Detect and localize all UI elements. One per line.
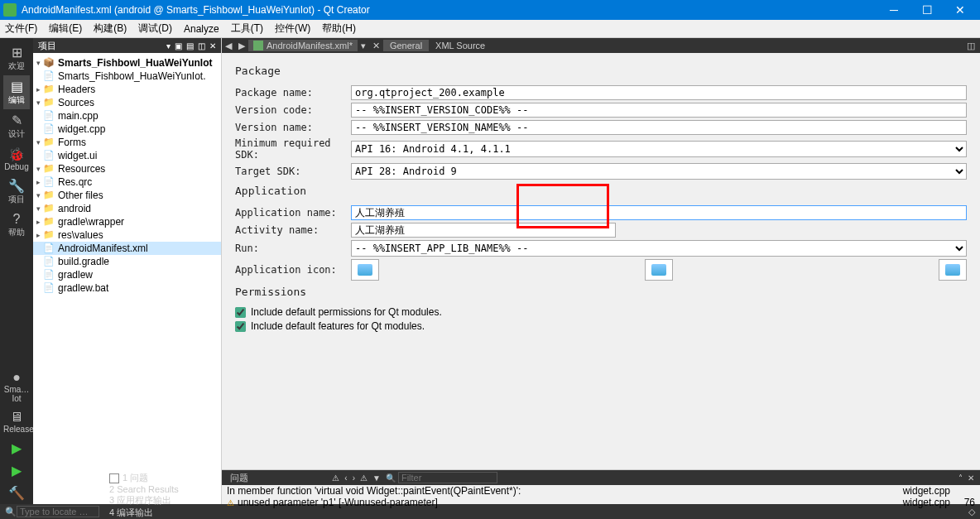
file-dropdown-icon[interactable]: ▾ — [358, 41, 369, 51]
tree-item[interactable]: ▸📄Res.qrc — [33, 175, 221, 189]
issue-row[interactable]: In member function 'virtual void Widget:… — [222, 485, 980, 497]
target-sdk-select[interactable]: API 28: Android 9 — [351, 163, 967, 180]
tree-item[interactable]: ▾📦Smarts_Fishbowl_HuaWeiYunIot — [33, 56, 221, 70]
output-pane-2[interactable]: 3 应用程序输出 — [104, 494, 219, 507]
issues-next-icon[interactable]: › — [350, 473, 358, 483]
locator[interactable]: 🔍 — [0, 506, 104, 517]
issues-warn-icon[interactable]: ⚠ — [329, 473, 342, 483]
default-permissions-checkbox[interactable] — [235, 307, 246, 318]
issues-prev-icon[interactable]: ‹ — [342, 473, 349, 483]
tree-select-icon[interactable]: ▾ — [166, 41, 171, 50]
tree-filter-icon[interactable]: ▤ — [186, 41, 194, 50]
output-pane-3[interactable]: 4 编译输出 — [104, 507, 219, 519]
tab-xml-source[interactable]: XML Source — [429, 40, 492, 51]
tree-item[interactable]: ▸📁Headers — [33, 83, 221, 96]
progress-indicator[interactable]: ◇ — [963, 507, 980, 517]
mode-帮助[interactable]: ?帮助 — [3, 209, 30, 242]
tree-item[interactable]: ▾📁Sources — [33, 96, 221, 109]
tree-item[interactable]: 📄widget.cpp — [33, 123, 221, 136]
project-panel-header: 项目 ▾ ▣ ▤ ◫ ✕ — [33, 38, 221, 53]
nav-fwd-icon[interactable]: ▶ — [235, 41, 248, 51]
kit-0[interactable]: ●Sma…Iot — [3, 367, 30, 406]
kit-2[interactable]: ▶ — [3, 437, 30, 459]
kit-4[interactable]: 🔨 — [3, 482, 30, 504]
tree-item[interactable]: 📄Smarts_Fishbowl_HuaWeiYunIot. — [33, 70, 221, 83]
tree-item[interactable]: ▸📁res\values — [33, 228, 221, 242]
editor-area: ◀ ▶ AndroidManifest.xml* ▾ ✕ General XML… — [222, 38, 980, 504]
run-select[interactable]: -- %%INSERT_APP_LIB_NAME%% -- — [351, 240, 967, 257]
menu-item[interactable]: 文件(F) — [5, 22, 37, 36]
mode-项目[interactable]: 🔧项目 — [3, 175, 30, 209]
issues-up-icon[interactable]: ˄ — [956, 473, 965, 483]
mode-欢迎[interactable]: ⊞欢迎 — [3, 41, 30, 75]
editor-tab-bar: ◀ ▶ AndroidManifest.xml* ▾ ✕ General XML… — [222, 38, 980, 53]
app-name-input[interactable] — [351, 205, 967, 220]
tree-item[interactable]: ▾📁Other files — [33, 189, 221, 202]
issues-filter-input[interactable] — [398, 472, 497, 483]
menu-item[interactable]: 调试(D) — [138, 22, 172, 36]
image-icon — [651, 264, 666, 276]
issue-message: unused parameter 'p1' [-Wunused-paramete… — [238, 497, 876, 508]
locator-input[interactable] — [17, 506, 99, 517]
editor-file-tab[interactable]: AndroidManifest.xml* — [248, 40, 358, 51]
issues-filter-icon[interactable]: ▼ — [370, 473, 383, 483]
app-icon-ldpi-button[interactable] — [351, 259, 379, 281]
package-name-input[interactable] — [351, 85, 967, 100]
menu-item[interactable]: 控件(W) — [275, 22, 310, 36]
tree-item[interactable]: ▾📁Forms — [33, 136, 221, 149]
close-button[interactable]: ✕ — [944, 3, 977, 17]
kit-3[interactable]: ▶ — [3, 459, 30, 482]
window-titlebar: AndroidManifest.xml (android @ Smarts_Fi… — [0, 0, 980, 20]
tree-item[interactable]: ▾📁android — [33, 202, 221, 215]
version-name-input[interactable] — [351, 120, 967, 135]
issues-filter-warn-icon[interactable]: ⚠ — [358, 473, 370, 483]
app-icon-label: Application icon: — [235, 264, 351, 276]
maximize-button[interactable]: ☐ — [910, 3, 944, 17]
mode-设计[interactable]: ✎设计 — [3, 109, 30, 143]
tab-close-icon[interactable]: ✕ — [369, 41, 383, 51]
mode-Debug[interactable]: 🐞Debug — [3, 143, 30, 175]
version-name-label: Version name: — [235, 122, 351, 133]
output-pane-1[interactable]: 2 Search Results — [104, 484, 219, 494]
mode-bar: ⊞欢迎▤编辑✎设计🐞Debug🔧项目?帮助 ●Sma…Iot🖥Release▶▶… — [0, 38, 33, 504]
project-panel: 项目 ▾ ▣ ▤ ◫ ✕ ▾📦Smarts_Fishbowl_HuaWeiYun… — [33, 38, 222, 504]
kit-1[interactable]: 🖥Release — [3, 406, 30, 437]
issues-close-icon[interactable]: ✕ — [965, 473, 977, 483]
default-features-checkbox[interactable] — [235, 321, 246, 332]
tree-item[interactable]: 📄AndroidManifest.xml — [33, 242, 221, 255]
tab-general[interactable]: General — [383, 40, 429, 51]
app-icon-mdpi-button[interactable] — [645, 259, 673, 281]
minimize-button[interactable]: ─ — [877, 3, 910, 17]
menu-item[interactable]: Analyze — [184, 23, 219, 35]
issue-row[interactable]: ⚠ unused parameter 'p1' [-Wunused-parame… — [222, 497, 980, 508]
menu-bar: 文件(F)编辑(E)构建(B)调试(D)Analyze工具(T)控件(W)帮助(… — [0, 20, 980, 38]
tree-close-icon[interactable]: ✕ — [209, 41, 216, 50]
output-pane-0[interactable]: 1 问题 — [104, 472, 219, 484]
package-name-label: Package name: — [235, 87, 351, 99]
menu-item[interactable]: 帮助(H) — [322, 22, 356, 36]
tree-item[interactable]: 📄main.cpp — [33, 109, 221, 123]
tree-item[interactable]: 📄gradlew — [33, 268, 221, 281]
menu-item[interactable]: 工具(T) — [231, 22, 263, 36]
menu-item[interactable]: 构建(B) — [94, 22, 127, 36]
app-icon-hdpi-button[interactable] — [939, 259, 967, 281]
menu-item[interactable]: 编辑(E) — [49, 22, 82, 36]
tree-item[interactable]: ▸📁gradle\wrapper — [33, 215, 221, 228]
tree-split-icon[interactable]: ◫ — [198, 41, 205, 50]
version-code-input[interactable] — [351, 103, 967, 118]
nav-back-icon[interactable]: ◀ — [222, 41, 235, 51]
min-sdk-select[interactable]: API 16: Android 4.1, 4.1.1 — [351, 141, 967, 157]
project-tree[interactable]: ▾📦Smarts_Fishbowl_HuaWeiYunIot📄Smarts_Fi… — [33, 53, 221, 298]
warning-icon: ⚠ — [227, 498, 234, 507]
search-icon: 🔍 — [5, 507, 17, 517]
tree-item[interactable]: 📄build.gradle — [33, 255, 221, 268]
activity-name-input[interactable] — [351, 223, 616, 238]
project-panel-title: 项目 — [38, 40, 56, 52]
mode-编辑[interactable]: ▤编辑 — [3, 75, 30, 109]
tree-item[interactable]: ▾📁Resources — [33, 162, 221, 175]
tree-item[interactable]: 📄widget.ui — [33, 149, 221, 162]
issues-title: 问题 — [225, 472, 253, 484]
tree-item[interactable]: 📄gradlew.bat — [33, 281, 221, 295]
editor-split-icon[interactable]: ◫ — [962, 41, 980, 51]
tree-sync-icon[interactable]: ▣ — [175, 41, 182, 50]
